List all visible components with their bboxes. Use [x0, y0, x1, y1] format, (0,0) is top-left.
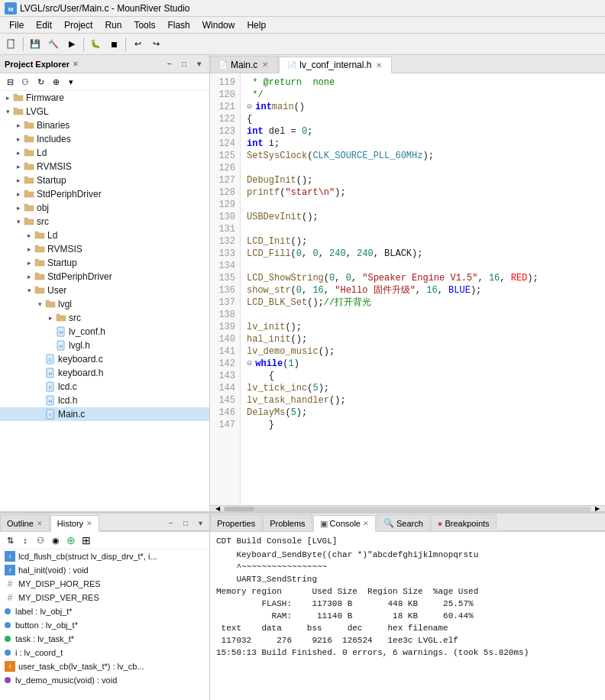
tree-item-main-c[interactable]: CMain.c [0, 407, 209, 421]
tab-history[interactable]: History ✕ [50, 515, 99, 532]
tree-item-startup[interactable]: ▸Startup [0, 173, 209, 187]
menu-window[interactable]: Window [196, 18, 241, 32]
tab-breakpoints[interactable]: ● Breakpoints [431, 514, 497, 531]
tree-item-src-user-lvgl-src[interactable]: ▸src [0, 311, 209, 325]
tab-history-label: History [57, 519, 83, 528]
outline-minimize[interactable]: − [165, 517, 177, 529]
tree-item-lvgl[interactable]: ▾LVGL [0, 105, 209, 118]
tree-label-src-user: User [47, 285, 66, 296]
toolbar-redo[interactable]: ↪ [147, 36, 164, 53]
outline-item-button[interactable]: button : lv_obj_t* [0, 618, 209, 632]
outline-hide[interactable]: ◉ [49, 533, 63, 547]
menu-tools[interactable]: Tools [128, 18, 161, 32]
outline-item-lcd-flush[interactable]: flcd_flush_cb(struct lv_disp_drv_t*, i..… [0, 549, 209, 563]
outline-menu[interactable]: ▾ [194, 517, 206, 529]
tab-console[interactable]: ▣ Console ✕ [313, 515, 376, 532]
tree-item-lcd-h[interactable]: Hlcd.h [0, 394, 209, 407]
outline-item-i[interactable]: i : lv_coord_t [0, 646, 209, 659]
tree-collapse-all[interactable]: ⊟ [3, 75, 17, 89]
toolbar-run[interactable]: ▶ [63, 36, 80, 53]
code-content[interactable]: * @return none */⊖int main(){ int del = … [241, 73, 605, 505]
tree-item-stdperiph[interactable]: ▸StdPeriphDriver [0, 187, 209, 201]
tab-history-close[interactable]: ✕ [86, 520, 92, 527]
tree-item-keyboard-c[interactable]: Ckeyboard.c [0, 352, 209, 366]
menu-flash[interactable]: Flash [161, 18, 196, 32]
tree-item-binaries[interactable]: ▸Binaries [0, 118, 209, 132]
menu-edit[interactable]: Edit [30, 18, 58, 32]
outline-maximize[interactable]: □ [180, 517, 192, 529]
outline-item-hal-init[interactable]: fhal_init(void) : void [0, 563, 209, 577]
console-content[interactable]: CDT Build Console [LVGL] Keyboard_SendBy… [210, 532, 605, 700]
editor-hscroll[interactable]: ◀ ▶ [210, 505, 605, 511]
tab-outline[interactable]: Outline ✕ [0, 514, 50, 531]
code-editor[interactable]: 1191201211221231241251261271281291301311… [210, 73, 605, 505]
tree-item-src-startup[interactable]: ▸Startup [0, 256, 209, 270]
tree-item-keyboard-h[interactable]: Hkeyboard.h [0, 366, 209, 380]
tree-item-lvgl-h[interactable]: Hlvgl.h [0, 339, 209, 352]
outline-sort[interactable]: ⇅ [3, 533, 17, 547]
tree-item-obj[interactable]: ▸obj [0, 201, 209, 215]
tab-properties[interactable]: Properties [210, 514, 262, 531]
view-menu-icon[interactable]: ▾ [192, 58, 205, 70]
outline-item-my-disp-ver[interactable]: #MY_DISP_VER_RES [0, 591, 209, 604]
outline-grid[interactable]: ⊞ [79, 533, 93, 547]
menu-help[interactable]: Help [241, 18, 272, 32]
code-line-143: { [247, 370, 599, 382]
tab-console-close[interactable]: ✕ [363, 520, 369, 527]
tab-main-c[interactable]: 📄 Main.c ✕ [210, 56, 278, 73]
tree-item-src-user[interactable]: ▾User [0, 284, 209, 297]
toolbar-new[interactable] [3, 36, 20, 53]
toolbar-stop[interactable]: ⏹ [105, 36, 122, 53]
hscroll-right[interactable]: ▶ [593, 506, 602, 512]
tree-icon-main-c: C [44, 409, 57, 420]
outline-sort2[interactable]: ↕ [18, 533, 32, 547]
menu-project[interactable]: Project [58, 18, 99, 32]
menu-run[interactable]: Run [99, 18, 128, 32]
tab-outline-close[interactable]: ✕ [37, 520, 43, 527]
outline-item-label[interactable]: label : lv_obj_t* [0, 604, 209, 618]
tree-item-src[interactable]: ▾src [0, 215, 209, 228]
maximize-icon[interactable]: □ [178, 58, 190, 70]
toolbar-debug[interactable]: 🐛 [87, 36, 104, 53]
tab-main-c-close[interactable]: ✕ [260, 60, 270, 70]
tree-sync[interactable]: ↻ [34, 75, 47, 89]
menu-file[interactable]: File [3, 18, 30, 32]
tab-search[interactable]: 🔍 Search [377, 514, 430, 531]
outline-item-lv-demo[interactable]: lv_demo_music(void) : void [0, 673, 209, 687]
tab-main-c-icon: 📄 [218, 60, 228, 69]
tree-item-firmware[interactable]: ▸Firmware [0, 91, 209, 105]
tree-item-ld[interactable]: ▸Ld [0, 146, 209, 160]
tree-menu[interactable]: ▾ [64, 75, 78, 89]
tab-lv-conf-close[interactable]: ✕ [374, 60, 383, 70]
minimize-icon[interactable]: − [163, 58, 176, 70]
tree-item-lv-conf-h[interactable]: Hlv_conf.h [0, 325, 209, 339]
outline-add[interactable]: ⊕ [64, 533, 78, 547]
tree-filter[interactable]: ⊕ [49, 75, 63, 89]
outline-item-my-disp-hor[interactable]: #MY_DISP_HOR_RES [0, 577, 209, 591]
tree-item-rvmsis[interactable]: ▸RVMSIS [0, 160, 209, 173]
outline-link[interactable]: ⚇ [34, 533, 47, 547]
tree-icon-src-user-lvgl-src [55, 313, 67, 323]
hscroll-thumb[interactable] [224, 507, 254, 511]
toolbar-build[interactable]: 🔨 [45, 36, 62, 53]
tab-problems[interactable]: Problems [263, 514, 312, 531]
tree-item-src-rvmsis[interactable]: ▸RVMSIS [0, 242, 209, 256]
hscroll-left[interactable]: ◀ [213, 506, 222, 512]
hscroll-track[interactable] [224, 507, 591, 511]
tree-item-src-ld[interactable]: ▸Ld [0, 228, 209, 242]
toolbar-undo[interactable]: ↩ [129, 36, 146, 53]
tab-lv-conf-internal[interactable]: 📄 lv_conf_internal.h ✕ [279, 57, 392, 73]
tree-item-lcd-c[interactable]: Clcd.c [0, 380, 209, 394]
tree-arrow: ▸ [14, 177, 23, 184]
tree-item-src-stdperiph[interactable]: ▸StdPeriphDriver [0, 270, 209, 284]
tree-item-includes[interactable]: ▸Includes [0, 132, 209, 146]
outline-item-user-task[interactable]: fuser_task_cb(lv_task_t*) : lv_cb... [0, 659, 209, 673]
outline-item-task[interactable]: task : lv_task_t* [0, 632, 209, 646]
outline-list[interactable]: flcd_flush_cb(struct lv_disp_drv_t*, i..… [0, 549, 209, 700]
tree-link-editor[interactable]: ⚇ [18, 75, 32, 89]
toolbar-save[interactable]: 💾 [27, 36, 44, 53]
tree-label-lcd-h: lcd.h [58, 395, 77, 406]
code-line-141: lv_demo_music(); [247, 345, 599, 358]
tree-item-src-user-lvgl[interactable]: ▾lvgl [0, 297, 209, 311]
tree-container[interactable]: ▸Firmware▾LVGL▸Binaries▸Includes▸Ld▸RVMS… [0, 91, 209, 511]
